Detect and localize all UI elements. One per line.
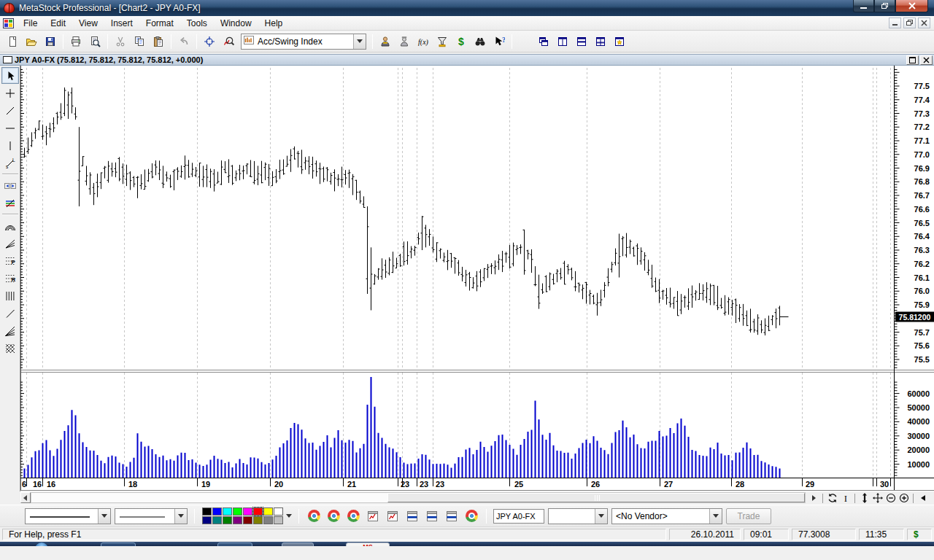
zoom-in-button[interactable] xyxy=(898,492,910,504)
mdi-close-button[interactable] xyxy=(918,18,930,28)
menu-help[interactable]: Help xyxy=(258,16,290,31)
menu-insert[interactable]: Insert xyxy=(104,16,139,31)
style-ring-3-button[interactable] xyxy=(345,508,361,524)
minimize-button[interactable] xyxy=(853,0,874,12)
color-swatch-0000ff[interactable] xyxy=(212,508,222,516)
ibeam-button[interactable]: I xyxy=(839,492,852,504)
tool-fibonacci-arcs-button[interactable] xyxy=(1,217,19,234)
tile-vertical-button[interactable] xyxy=(553,33,572,50)
undo-button[interactable] xyxy=(174,33,193,50)
tool-crosshair-button[interactable] xyxy=(1,85,19,101)
tool-projection-r-button[interactable]: R xyxy=(1,270,19,287)
print-button[interactable] xyxy=(66,33,85,50)
color-swatch-ffffff[interactable] xyxy=(274,508,283,516)
color-swatch-800000[interactable] xyxy=(243,516,252,524)
combo-dropdown-arrow[interactable] xyxy=(709,509,722,524)
find-binoculars-button[interactable] xyxy=(471,33,490,50)
close-button[interactable] xyxy=(895,0,928,12)
taskbar-button-metastock[interactable]: MS xyxy=(346,542,390,546)
expert-advisor-button[interactable] xyxy=(376,33,395,50)
indicator-combo[interactable]: Acc/Swing Index xyxy=(241,34,366,50)
new-button[interactable] xyxy=(3,33,22,50)
chart-maximize-button[interactable] xyxy=(906,55,919,65)
chart-close-button[interactable] xyxy=(920,55,933,65)
layout-window-3-button[interactable] xyxy=(444,508,460,524)
tool-hatch-button[interactable] xyxy=(1,340,19,357)
open-button[interactable] xyxy=(22,33,41,50)
trade-button[interactable]: Trade xyxy=(726,508,771,524)
layout-window-2-button[interactable] xyxy=(424,508,440,524)
page-right-button[interactable] xyxy=(930,492,934,504)
line-weight-combo[interactable] xyxy=(115,508,188,524)
scroll-right-button[interactable] xyxy=(807,492,819,504)
workspace-options-button[interactable] xyxy=(610,33,629,50)
taskbar-button[interactable] xyxy=(217,542,252,546)
paste-button[interactable] xyxy=(149,33,168,50)
menu-format[interactable]: Format xyxy=(139,16,180,31)
style-ring-2-button[interactable] xyxy=(325,508,341,524)
page-left-button[interactable] xyxy=(916,492,929,504)
taskbar-button[interactable] xyxy=(282,542,314,546)
menu-edit[interactable]: Edit xyxy=(44,16,72,31)
downloader-button[interactable] xyxy=(395,33,414,50)
tool-pointer-button[interactable] xyxy=(1,67,19,84)
move-button[interactable] xyxy=(871,492,884,504)
color-swatch-800080[interactable] xyxy=(233,516,242,524)
color-swatch-ff0000[interactable] xyxy=(253,508,263,516)
tool-sl-risk-tool-button[interactable]: sL xyxy=(1,155,19,171)
combo-dropdown-arrow[interactable] xyxy=(174,509,187,524)
menu-view[interactable]: View xyxy=(72,16,104,31)
style-ring-4-button[interactable] xyxy=(463,508,479,524)
tool-colored-lines-button[interactable] xyxy=(1,195,19,211)
color-swatch-000000[interactable] xyxy=(202,508,212,516)
menu-file[interactable]: File xyxy=(17,16,44,31)
refresh-button[interactable] xyxy=(826,492,838,504)
restore-button[interactable] xyxy=(874,0,895,12)
menu-window[interactable]: Window xyxy=(214,16,258,31)
horizontal-scrollbar[interactable] xyxy=(31,492,806,503)
combo-dropdown-arrow[interactable] xyxy=(353,34,366,49)
tool-projection-p-button[interactable]: P xyxy=(1,252,19,269)
color-swatch-c0c0c0[interactable] xyxy=(274,516,283,524)
symbol-field[interactable] xyxy=(493,509,544,524)
chart-window-titlebar[interactable]: JPY A0-FX (75.812, 75.812, 75.812, 75.81… xyxy=(0,54,934,66)
chart-canvas[interactable]: 75.575.675.775.976.076.176.276.376.476.5… xyxy=(20,66,934,491)
tile-grid-button[interactable] xyxy=(591,33,610,50)
print-preview-button[interactable] xyxy=(85,33,104,50)
scrollbar-thumb[interactable] xyxy=(387,493,805,502)
zoom-out-button[interactable] xyxy=(884,492,897,504)
color-swatch-000080[interactable] xyxy=(202,516,212,524)
menu-tools[interactable]: Tools xyxy=(180,16,214,31)
combo-dropdown-arrow[interactable] xyxy=(98,509,110,524)
mdi-restore-button[interactable] xyxy=(903,18,916,28)
zoom-chart-button[interactable] xyxy=(219,33,238,50)
cascade-windows-button[interactable] xyxy=(534,33,553,50)
color-swatch-ff00ff[interactable] xyxy=(243,508,252,516)
tool-speed-lines-button[interactable] xyxy=(1,322,19,339)
save-button[interactable] xyxy=(41,33,60,50)
color-swatch-00ff00[interactable] xyxy=(233,508,242,516)
scroll-left-button[interactable] xyxy=(20,492,31,503)
color-swatch-808080[interactable] xyxy=(263,516,273,524)
explorer-button[interactable] xyxy=(433,33,452,50)
layout-window-1-button[interactable] xyxy=(404,508,420,524)
color-swatch-00ffff[interactable] xyxy=(223,508,232,516)
tool-time-zones-button[interactable] xyxy=(1,287,19,304)
color-swatch-008080[interactable] xyxy=(212,516,222,524)
tool-trendline-button[interactable] xyxy=(1,102,19,119)
color-swatch-ffff00[interactable] xyxy=(263,508,273,516)
chart-template-1-button[interactable] xyxy=(365,508,381,524)
tool-fibonacci-fan-button[interactable] xyxy=(1,235,19,252)
chart-template-2-button[interactable] xyxy=(385,508,401,524)
context-help-button[interactable]: ? xyxy=(490,33,509,50)
vendor-combo[interactable]: <No Vendor> xyxy=(611,508,722,524)
target-button[interactable] xyxy=(200,33,219,50)
windows-taskbar[interactable]: MS xyxy=(0,542,934,546)
line-style-combo[interactable] xyxy=(25,508,111,524)
expand-vertical-button[interactable] xyxy=(858,492,871,504)
palette-dropdown-arrow[interactable] xyxy=(286,514,292,518)
tool-vertical-line-button[interactable] xyxy=(1,137,19,154)
mdi-minimize-button[interactable] xyxy=(889,18,901,28)
copy-button[interactable] xyxy=(130,33,149,50)
tool-line-button[interactable] xyxy=(1,305,19,322)
